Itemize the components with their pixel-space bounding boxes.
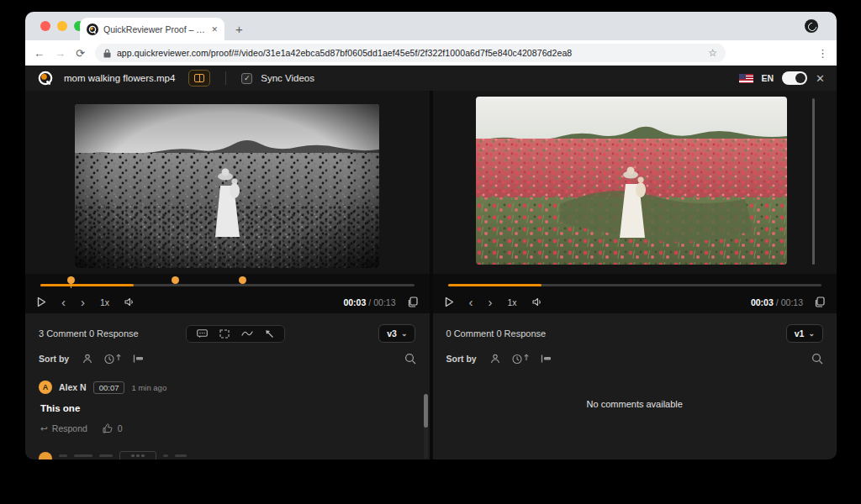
comment-marker[interactable]	[67, 276, 75, 284]
scrollbar-thumb[interactable]	[424, 394, 428, 428]
comment-timecode-badge[interactable]: 00:07	[93, 381, 125, 394]
browser-menu-icon[interactable]: ⋮	[817, 47, 828, 60]
next-frame-button[interactable]: ›	[81, 297, 85, 308]
split-view-icon	[194, 74, 204, 82]
sort-by-time-icon[interactable]	[512, 354, 529, 365]
duration: 00:13	[373, 297, 395, 307]
frames-icon[interactable]	[815, 297, 825, 307]
duration: 00:13	[781, 297, 803, 307]
close-window-button[interactable]	[40, 21, 50, 31]
comment-marker[interactable]	[172, 276, 179, 284]
quickreviewer-app: mom walking flowers.mp4 ✓ Sync Videos EN…	[25, 66, 837, 459]
like-count: 0	[118, 423, 123, 433]
minimize-window-button[interactable]	[57, 21, 67, 31]
commenter-avatar: A	[39, 381, 52, 394]
play-button[interactable]	[445, 297, 454, 307]
tab-title: QuickReviewer Proof – mom w	[103, 24, 206, 34]
next-frame-button[interactable]: ›	[489, 297, 493, 308]
sort-by-marker-icon[interactable]	[541, 354, 552, 363]
right-version-dropdown[interactable]: v1 ⌄	[786, 324, 823, 343]
url-text: app.quickreviewer.com/proof/#/video/31e1…	[117, 48, 702, 58]
rectangle-tool-icon[interactable]	[219, 329, 230, 339]
comments-scrollbar[interactable]	[424, 394, 428, 459]
frames-icon[interactable]	[408, 297, 418, 307]
search-comments-icon[interactable]	[404, 353, 416, 365]
like-button[interactable]: 0	[103, 423, 123, 433]
sort-by-time-icon[interactable]	[104, 354, 121, 365]
language-selector[interactable]: EN	[762, 73, 774, 83]
left-version-dropdown[interactable]: v3 ⌄	[378, 324, 415, 343]
browser-tab[interactable]: QuickReviewer Proof – mom w ✕	[80, 18, 224, 40]
playback-speed-button[interactable]: 1x	[508, 297, 517, 307]
respond-arrow-icon: ↩	[40, 423, 48, 433]
prev-frame-button[interactable]: ‹	[61, 297, 66, 308]
browser-profile-avatar[interactable]	[805, 19, 818, 33]
theme-toggle[interactable]	[782, 71, 807, 85]
toggle-knob	[795, 73, 806, 83]
chevron-down-icon: ⌄	[401, 331, 408, 336]
volume-icon[interactable]	[124, 297, 135, 307]
sort-by-label: Sort by	[446, 354, 477, 364]
sort-by-user-icon[interactable]	[82, 354, 92, 364]
volume-icon[interactable]	[532, 297, 543, 307]
comment-item[interactable]: A Alex N 00:07 1 min ago This one ↩ Resp…	[25, 373, 430, 442]
sync-videos-checkbox[interactable]: ✓	[241, 73, 252, 84]
comment-timestamp: 1 min ago	[131, 383, 166, 392]
desktop-background: QuickReviewer Proof – mom w ✕ + ← → ⟳ ap…	[0, 0, 861, 504]
right-comments-header: 0 Comment 0 Response v1 ⌄	[433, 313, 837, 346]
url-input[interactable]: app.quickreviewer.com/proof/#/video/31e1…	[95, 44, 726, 62]
comment-timecode-badge	[119, 451, 156, 459]
sort-by-label: Sort by	[39, 354, 69, 364]
right-comments-section: 0 Comment 0 Response v1 ⌄ Sort by	[433, 313, 837, 459]
commenter-avatar	[39, 452, 52, 459]
left-comments-header: 3 Comment 0 Response	[25, 313, 430, 346]
sort-by-marker-icon[interactable]	[133, 354, 144, 363]
right-sort-row: Sort by	[433, 346, 837, 370]
right-timeline[interactable]	[441, 274, 829, 291]
forward-icon[interactable]: →	[55, 47, 66, 60]
playback-speed-button[interactable]: 1x	[100, 297, 109, 307]
right-player-strip: ‹ › 1x 00:03 / 00:13	[433, 274, 837, 313]
video-filename: mom walking flowers.mp4	[64, 73, 175, 83]
comment-header: A Alex N 00:07 1 min ago	[39, 381, 416, 394]
right-video-frame[interactable]	[476, 97, 787, 265]
compare-panels: ‹ › 1x 00:03 / 00:13	[25, 91, 837, 459]
right-panel: ‹ › 1x 00:03 / 00:13	[433, 91, 837, 459]
us-flag-icon	[739, 74, 753, 83]
search-comments-icon[interactable]	[811, 353, 823, 365]
left-marker-lane	[40, 274, 415, 286]
prev-frame-button[interactable]: ‹	[469, 297, 473, 308]
comment-tool-icon[interactable]	[197, 329, 208, 339]
sync-videos-label: Sync Videos	[261, 73, 314, 83]
annotation-toolbar	[186, 325, 285, 343]
left-timeline[interactable]	[34, 274, 421, 291]
no-comments-message: No comments available	[433, 370, 837, 459]
respond-button[interactable]: ↩ Respond	[40, 423, 87, 433]
new-tab-button[interactable]: +	[235, 23, 243, 36]
right-video-area	[433, 91, 837, 274]
right-video-scrollbar[interactable]	[812, 98, 815, 265]
commenter-name: Alex N	[59, 382, 87, 392]
left-controls: ‹ › 1x 00:03 / 00:13	[25, 291, 430, 313]
left-video-frame[interactable]	[75, 104, 379, 268]
sort-by-user-icon[interactable]	[490, 354, 500, 364]
comment-actions: ↩ Respond 0	[40, 423, 416, 433]
bookmark-star-icon[interactable]: ☆	[708, 47, 717, 59]
play-button[interactable]	[37, 297, 46, 307]
browser-address-bar: ← → ⟳ app.quickreviewer.com/proof/#/vide…	[25, 40, 837, 66]
app-toolbar: mom walking flowers.mp4 ✓ Sync Videos EN…	[25, 66, 837, 91]
back-icon[interactable]: ←	[34, 47, 45, 60]
left-sort-row: Sort by	[25, 346, 430, 370]
comment-count: 0 Comment 0 Response	[446, 328, 547, 339]
reload-icon[interactable]: ⟳	[76, 47, 85, 60]
arrow-tool-icon[interactable]	[265, 329, 274, 339]
freehand-tool-icon[interactable]	[241, 330, 253, 337]
comment-count: 3 Comment 0 Response	[39, 328, 139, 339]
left-video-area	[25, 91, 430, 274]
tab-close-icon[interactable]: ✕	[211, 25, 218, 34]
comment-marker[interactable]	[239, 276, 246, 284]
close-proof-icon[interactable]: ✕	[816, 72, 825, 85]
partial-comment-row[interactable]	[25, 445, 430, 459]
compare-view-button[interactable]	[188, 70, 210, 87]
current-time: 00:03	[751, 297, 774, 307]
